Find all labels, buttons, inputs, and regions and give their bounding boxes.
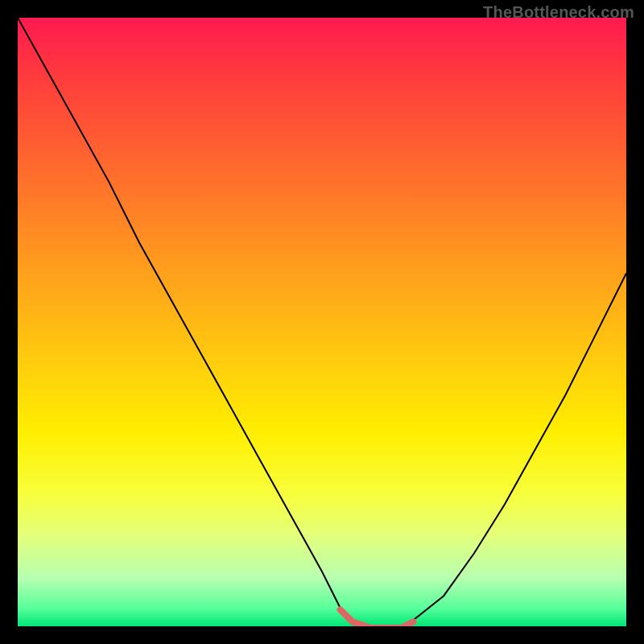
frame-left [0,0,18,644]
watermark-text: TheBottleneck.com [483,3,634,22]
plot-background-gradient [18,18,626,626]
frame-right [626,0,644,644]
chart-root: TheBottleneck.com [0,0,644,644]
frame-bottom [0,626,644,644]
